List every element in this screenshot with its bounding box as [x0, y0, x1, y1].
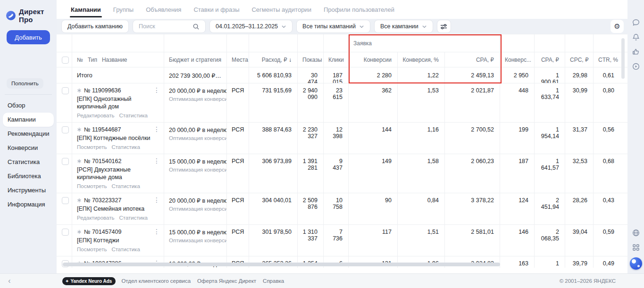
bell-icon[interactable]: [631, 33, 641, 42]
sidebar-item-recommendations[interactable]: Рекомендации: [3, 127, 54, 141]
col-header-places[interactable]: Места: [227, 52, 249, 67]
search-input[interactable]: [139, 23, 191, 30]
sidebar-item-tools[interactable]: Инструменты: [3, 183, 54, 197]
tab-campaigns[interactable]: Кампании: [71, 1, 101, 18]
campaign-number[interactable]: № 701457409: [84, 229, 121, 235]
app-logo[interactable]: Директ Про: [0, 0, 57, 24]
select-all-checkbox[interactable]: [62, 57, 69, 64]
col-header-shows[interactable]: Показы: [298, 52, 324, 67]
col-header-name[interactable]: № Тип Название: [72, 52, 164, 67]
vertical-scrollbar[interactable]: [621, 38, 625, 79]
col-header-budget[interactable]: Бюджет и стратегия: [164, 52, 227, 67]
campaign-name-link[interactable]: [ЕПК] Коттеджные посёлки: [77, 134, 153, 142]
col-header-conversions[interactable]: Конверсии: [349, 52, 398, 67]
row-action-link[interactable]: Редактировать: [77, 215, 114, 221]
sidebar-item-info[interactable]: Информация: [3, 197, 54, 212]
conversions-value: 362: [349, 83, 398, 122]
col-header-conversion-rate[interactable]: Конверсия, %: [398, 52, 445, 67]
table-body: № 119099636 [ЕПК] Одноэтажный кирпичный …: [57, 83, 627, 268]
row-checkbox[interactable]: [62, 229, 69, 236]
sidebar-item-statistics[interactable]: Статистика: [3, 155, 54, 169]
sidebar-item-campaigns[interactable]: Кампании: [3, 113, 54, 127]
campaign-number[interactable]: № 703223327: [84, 197, 121, 204]
collapse-sidebar-icon[interactable]: ‹: [0, 277, 19, 285]
footer-link-offer[interactable]: Оферта Яндекс Директ: [197, 278, 256, 284]
campaign-name-link[interactable]: [ЕПК] Семейная ипотека: [77, 205, 153, 213]
kebab-menu-icon[interactable]: ⋮: [153, 229, 160, 234]
row-statistics-link[interactable]: Статистика: [111, 144, 140, 150]
snowflake-status-icon: [77, 88, 82, 93]
row-action-link[interactable]: Посмотреть: [77, 144, 107, 150]
row-statistics-link[interactable]: Статистика: [111, 247, 140, 252]
tab-user-profiles[interactable]: Профили пользователей: [324, 1, 394, 18]
gear-icon: ⚙: [614, 22, 620, 31]
footer-link-help[interactable]: Справка: [263, 278, 284, 284]
kebab-menu-icon[interactable]: ⋮: [153, 87, 160, 93]
cpc-value: 39,04: [565, 225, 594, 256]
campaign-number[interactable]: № 119544687: [84, 126, 121, 133]
col-header-cpc[interactable]: CPC, ₽: [565, 52, 594, 67]
row-statistics-link[interactable]: Статистика: [119, 113, 147, 118]
col-header-clicks[interactable]: Клики: [324, 52, 349, 67]
row-checkbox[interactable]: [62, 197, 69, 204]
search-box[interactable]: [133, 20, 206, 33]
snowflake-status-icon: [77, 230, 82, 234]
cpa2-value: 2 068,35: [535, 225, 565, 256]
table-settings-button[interactable]: ⚙: [611, 20, 624, 33]
row-action-link[interactable]: Посмотреть: [77, 247, 107, 252]
tab-ads[interactable]: Объявления: [146, 1, 181, 18]
add-campaign-button[interactable]: Добавить кампанию: [61, 20, 129, 33]
horizontal-scrollbar[interactable]: [63, 263, 500, 266]
col-header-cpa[interactable]: CPA, ₽: [445, 52, 500, 67]
campaign-type-select[interactable]: Все типы кампаний: [296, 20, 370, 33]
neuro-ads-badge[interactable]: ✦ Yandex Neuro Ads: [62, 277, 116, 285]
col-header-spend[interactable]: Расход, ₽ ↓: [249, 52, 298, 67]
row-statistics-link[interactable]: Статистика: [111, 183, 140, 189]
campaign-name-link[interactable]: [ЕПК] Коттеджи: [77, 237, 153, 244]
campaign-number[interactable]: № 701540162: [84, 158, 121, 165]
kebab-menu-icon[interactable]: ⋮: [153, 197, 160, 203]
campaign-name-link[interactable]: [РСЯ] Двухэтажные кирпичные дома: [77, 166, 153, 181]
apps-grid-icon[interactable]: [631, 243, 641, 252]
add-button[interactable]: Добавить: [7, 30, 50, 44]
row-action-link[interactable]: Редактировать: [77, 113, 114, 118]
row-checkbox[interactable]: [62, 158, 69, 165]
kebab-menu-icon[interactable]: ⋮: [153, 158, 160, 164]
shows-value: 1 310 337: [298, 225, 324, 256]
row-statistics-link[interactable]: Статистика: [119, 215, 147, 221]
row-action-link[interactable]: Посмотреть: [77, 183, 107, 189]
campaign-type-value: Все типы кампаний: [302, 23, 356, 30]
thumbs-up-icon[interactable]: [631, 47, 641, 57]
table-row: № 703223327 [ЕПК] Семейная ипотека Редак…: [57, 193, 627, 225]
footer-link-support[interactable]: Отдел клиентского сервиса: [121, 278, 191, 284]
tab-bids-phrases[interactable]: Ставки и фразы: [193, 1, 239, 18]
campaign-number[interactable]: № 119099636: [84, 87, 121, 94]
yandex-direct-logo-icon: [6, 11, 16, 20]
date-range-select[interactable]: 04.01.2025–31.12.2025: [209, 20, 293, 33]
col-header-ctr[interactable]: CTR, %: [594, 52, 620, 67]
sidebar-item-overview[interactable]: Обзор: [3, 99, 54, 113]
sidebar-item-conversions[interactable]: Конверсии: [3, 141, 54, 155]
shows-value: 2 509 876: [298, 193, 324, 224]
clicks-value: 12 398: [324, 123, 349, 154]
campaign-filter-select[interactable]: Все кампании: [374, 20, 433, 33]
conversions-value: 117: [349, 225, 398, 256]
col-header-conversions2[interactable]: Конверс...: [500, 52, 535, 67]
support-chat-button[interactable]: [630, 257, 642, 270]
play-circle-icon[interactable]: [631, 62, 641, 71]
topup-button[interactable]: Пополнить: [7, 78, 43, 89]
row-checkbox[interactable]: [62, 126, 69, 133]
row-checkbox[interactable]: [62, 87, 69, 94]
cpc-value: 31,37: [565, 123, 594, 154]
campaign-name-link[interactable]: [ЕПК] Одноэтажный кирпичный дом: [77, 95, 153, 110]
search-icon: [192, 23, 200, 30]
filter-settings-button[interactable]: [437, 20, 451, 33]
tab-groups[interactable]: Группы: [113, 1, 134, 18]
globe-icon[interactable]: [631, 228, 641, 238]
kebab-menu-icon[interactable]: ⋮: [153, 126, 160, 132]
conversion-rate-value: 0,84: [398, 193, 445, 224]
sidebar-item-library[interactable]: Библиотека: [3, 169, 54, 183]
col-header-cpa2[interactable]: CPA, ₽: [535, 52, 565, 67]
tab-audience-segments[interactable]: Сегменты аудитории: [251, 1, 311, 18]
chat-bubble-icon[interactable]: [631, 18, 641, 27]
